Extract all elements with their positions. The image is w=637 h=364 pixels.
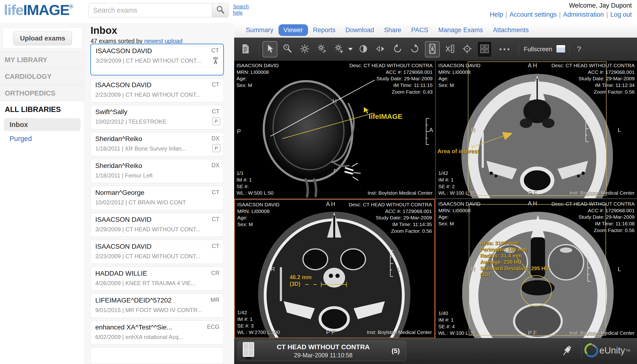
lifeimage-logo[interactable]: lifeIMAGE® xyxy=(4,2,73,18)
priors-icon: P xyxy=(212,144,220,152)
viewer-toolbar: ••• Fullscreen ? xyxy=(234,38,637,61)
series-datetime: 29-Mar-2009 11:10:58 xyxy=(255,352,392,359)
exam-card-partial[interactable] xyxy=(90,347,224,364)
eunity-tm: TM xyxy=(626,348,630,352)
window-level-preset-tool-button[interactable] xyxy=(332,42,346,57)
viewport-axial-roi[interactable]: ISAACSON DAVIDMRN: LI00008Age:Sex: M Des… xyxy=(436,199,637,338)
window-level-tool-button[interactable] xyxy=(298,42,312,57)
eunity-wordmark: eUnity xyxy=(599,346,625,356)
exam-modality: DX xyxy=(212,162,220,169)
sort-link[interactable]: newest upload xyxy=(144,38,182,44)
sidebar-item-purged[interactable]: Purged xyxy=(10,135,32,143)
institution-overlay: Inst: Boylston Medical Center xyxy=(570,330,634,336)
more-tools-button[interactable]: ••• xyxy=(499,45,511,53)
exam-card[interactable]: Swift^Sally CT 10/02/2012 | TELESTROKE P xyxy=(90,105,224,129)
exam-patient-name: ISAACSON DAVID xyxy=(95,216,152,224)
account-settings-link[interactable]: Account settings xyxy=(510,11,557,18)
tab-manage-exams[interactable]: Manage Exams xyxy=(433,24,488,36)
layout-tool-button[interactable] xyxy=(478,42,492,57)
orientation-top: A H xyxy=(326,201,335,208)
invert-tool-button[interactable] xyxy=(356,42,370,57)
study-overlay: Desc: CT HEAD WITHOUT CONTRAACC #: 17290… xyxy=(552,62,634,95)
viewer-panel: Summary Viewer Reports Download Share PA… xyxy=(234,23,637,364)
exam-card[interactable]: LIFEIMAGE^DEID^57202 MR 9/01/2015 | MR F… xyxy=(90,294,224,318)
eunity-swirl-icon xyxy=(584,342,598,358)
nav-separator: | xyxy=(557,11,563,18)
eunity-logo[interactable]: eUnity TM xyxy=(584,342,630,358)
exam-card[interactable]: ISAACSON DAVID CT 3/29/2009 | CT HEAD WI… xyxy=(90,44,224,76)
all-libraries-header[interactable]: ALL LIBRARIES xyxy=(5,105,61,114)
exam-details: 9/01/2015 | MR FOOT WWO IV CONTR... xyxy=(95,307,202,314)
sidebar-item-cardiology[interactable]: CARDIOLOGY xyxy=(0,68,84,85)
help-link[interactable]: Help xyxy=(490,11,503,18)
exam-patient-name: enhanced XA^Test^^Sie... xyxy=(95,324,172,331)
flip-horizontal-icon xyxy=(376,44,386,55)
logout-link[interactable]: Log out xyxy=(610,11,632,18)
report-tool-button[interactable] xyxy=(238,42,252,57)
orientation-left: R xyxy=(471,266,475,272)
pointer-tool-button[interactable] xyxy=(262,41,277,58)
exam-card[interactable]: ISAACSON DAVID CT 2/23/2009 | CT HEAD WI… xyxy=(90,240,224,264)
contrast-icon xyxy=(358,44,368,55)
search-button[interactable] xyxy=(212,3,228,17)
search-input[interactable] xyxy=(89,3,212,17)
viewer-help-button[interactable]: ? xyxy=(577,45,581,54)
tab-download[interactable]: Download xyxy=(340,24,379,36)
exam-card[interactable]: HADDAD WILLIE CR 4/26/2009 | KNEE RT TRA… xyxy=(90,266,224,291)
sidebar-item-orthopedics[interactable]: ORTHOPEDICS xyxy=(0,85,84,102)
fullscreen-button[interactable]: Fullscreen xyxy=(524,46,552,53)
orientation-left: R xyxy=(471,127,475,134)
fullscreen-window-button[interactable] xyxy=(556,42,566,57)
tab-reports[interactable]: Reports xyxy=(308,24,341,36)
rotate-ccw-tool-button[interactable] xyxy=(391,42,404,57)
orientation-top: A H xyxy=(528,62,537,69)
exam-card[interactable]: ISAACSON DAVID CT 3/29/2009 | CT HEAD WI… xyxy=(90,213,224,237)
inbox-title: Inbox xyxy=(90,25,117,36)
exam-card[interactable]: Norman^George CT 10/02/2012 | CT BRAIN W… xyxy=(90,186,224,210)
series-selector-button[interactable]: CT HEAD WITHOUT CONTRA 29-Mar-2009 11:10… xyxy=(238,341,406,361)
tab-pacs[interactable]: PACS xyxy=(406,24,433,36)
administration-link[interactable]: Administration xyxy=(563,11,604,18)
window-icon xyxy=(556,45,566,54)
exam-details: 4/26/2009 | KNEE RT TRAUMA 4 VIE... xyxy=(95,280,196,286)
exam-details: 2/23/2009 | CT HEAD WITHOUT CONT... xyxy=(95,92,200,98)
app-header: lifeIMAGE® Search help Welcome, Jay Dupo… xyxy=(0,0,637,23)
window-level-dropdown-caret[interactable] xyxy=(348,48,352,50)
localizer-tool-button[interactable] xyxy=(460,42,474,57)
orientation-right: L xyxy=(618,127,621,134)
tab-attachments[interactable]: Attachments xyxy=(488,24,534,36)
exam-card[interactable]: ISAACSON DAVID CT 2/23/2009 | CT HEAD WI… xyxy=(90,78,224,102)
search-help-link[interactable]: Search help xyxy=(233,3,250,16)
zoom-tool-button[interactable] xyxy=(280,42,294,57)
rotate-ccw-icon xyxy=(392,44,402,55)
stack-scroll-tool-button[interactable] xyxy=(425,41,440,58)
calibration-tool-button[interactable] xyxy=(443,42,457,57)
patient-overlay: ISAACSON DAVIDMRN: LI00008Age:Sex: M xyxy=(438,200,480,227)
brightness-auto-icon xyxy=(317,44,327,55)
window-level-auto-tool-button[interactable] xyxy=(315,42,329,57)
exam-card[interactable]: Sheridan^Reiko DX 1/18/2011 | XR Bone Su… xyxy=(90,132,224,156)
tab-viewer[interactable]: Viewer xyxy=(278,24,308,36)
study-overlay: Desc: CT HEAD WITHOUT CONTRAACC #: 17290… xyxy=(552,200,634,234)
orientation-right: A xyxy=(429,127,433,134)
exam-modality: CT xyxy=(212,108,220,115)
pin-button[interactable] xyxy=(560,344,573,358)
exam-card[interactable]: enhanced XA^Test^^Sie... ECG 6/02/2009 |… xyxy=(90,320,224,345)
logo-life-text: life xyxy=(4,2,23,18)
upload-exams-button[interactable]: Upload exams xyxy=(13,32,72,45)
exam-modality: DX xyxy=(212,135,220,142)
flip-horizontal-tool-button[interactable] xyxy=(374,42,387,57)
tab-summary[interactable]: Summary xyxy=(241,24,278,36)
rotate-cw-tool-button[interactable] xyxy=(408,42,422,57)
sidebar-item-my-library[interactable]: MY LIBRARY xyxy=(0,52,84,68)
viewport-axial-soft[interactable]: ISAACSON DAVIDMRN: LI00008Age:Sex: M Des… xyxy=(436,61,637,198)
orientation-left: R xyxy=(271,266,275,272)
viewport-scout[interactable]: ISAACSON DAVIDMRN: LI00008Age:Sex: M Des… xyxy=(234,61,435,198)
sidebar-item-inbox[interactable]: Inbox xyxy=(4,118,80,131)
exam-card[interactable]: Sheridan^Reiko DX 1/18/2011 | Femur Left xyxy=(90,159,224,183)
tab-share[interactable]: Share xyxy=(379,24,406,36)
viewport-axial-bone-active[interactable]: ISAACSON DAVIDMRN: LI00008Age:Sex: M Des… xyxy=(234,199,435,338)
exam-patient-name: ISAACSON DAVID xyxy=(96,47,152,55)
crosshair-icon xyxy=(462,44,472,55)
antenna-icon xyxy=(211,56,220,66)
